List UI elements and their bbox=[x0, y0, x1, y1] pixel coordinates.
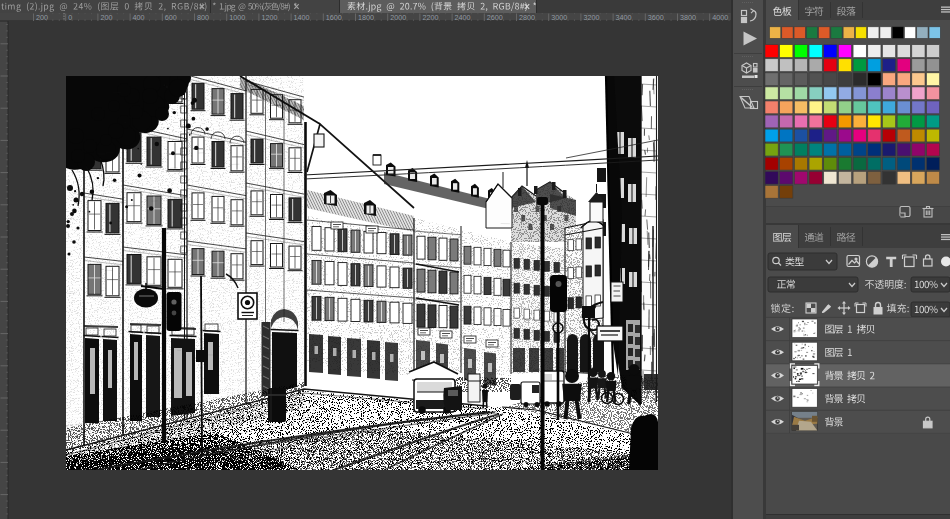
svg-text:3800: 3800 bbox=[680, 13, 696, 22]
svg-text:0: 0 bbox=[68, 13, 72, 22]
svg-text:2600: 2600 bbox=[487, 13, 503, 22]
svg-text:2400: 2400 bbox=[455, 13, 471, 22]
svg-text:2800: 2800 bbox=[519, 13, 535, 22]
svg-text:3400: 3400 bbox=[616, 13, 632, 22]
svg-text:1200: 1200 bbox=[261, 13, 277, 22]
svg-text:1600: 1600 bbox=[326, 13, 342, 22]
svg-text:3000: 3000 bbox=[551, 13, 567, 22]
svg-text:4000: 4000 bbox=[712, 13, 728, 22]
svg-text:2200: 2200 bbox=[422, 13, 438, 22]
svg-text:1800: 1800 bbox=[358, 13, 374, 22]
svg-text:2000: 2000 bbox=[390, 13, 406, 22]
svg-text:1400: 1400 bbox=[294, 13, 310, 22]
svg-text:3600: 3600 bbox=[648, 13, 664, 22]
svg-text:1000: 1000 bbox=[229, 13, 245, 22]
svg-text:3200: 3200 bbox=[583, 13, 599, 22]
